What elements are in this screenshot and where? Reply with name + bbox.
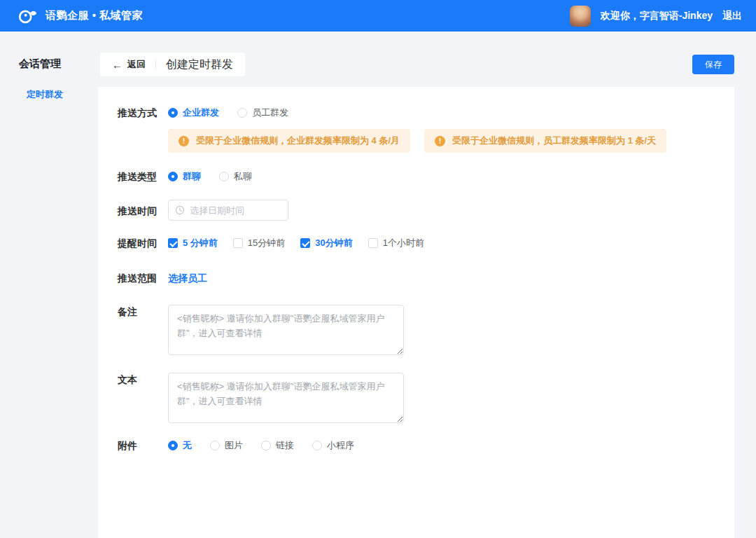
- radio-icon: [312, 441, 322, 450]
- text-row: 文本 <销售昵称> 邀请你加入群聊"语鹦企服私域管家用户群"，进入可查看详情: [118, 373, 734, 423]
- note-row: 备注 <销售昵称> 邀请你加入群聊"语鹦企服私域管家用户群"，进入可查看详情: [118, 305, 734, 355]
- back-arrow-icon: ←: [112, 60, 122, 70]
- warning-text: 受限于企业微信规则，员工群发频率限制为 1 条/天: [452, 134, 656, 147]
- radio-attachment-image[interactable]: 图片: [210, 439, 243, 453]
- brand-title: 语鹦企服 • 私域管家: [46, 9, 143, 22]
- warning-text: 受限于企业微信规则，企业群发频率限制为 4 条/月: [196, 134, 400, 147]
- radio-attachment-none[interactable]: 无: [168, 439, 192, 453]
- radio-staff-broadcast[interactable]: 员工群发: [237, 106, 288, 120]
- warning-staff-limit: ! 受限于企业微信规则，员工群发频率限制为 1 条/天: [424, 129, 666, 153]
- page-title: 创建定时群发: [166, 57, 233, 72]
- checkbox-icon: [368, 238, 378, 248]
- main-area: ← 返回 创建定时群发 保存 推送方式 企业群发: [98, 32, 756, 538]
- push-time-label: 推送时间: [118, 200, 168, 218]
- push-scope-label: 推送范围: [118, 271, 168, 285]
- radio-group-chat[interactable]: 群聊: [168, 170, 201, 184]
- text-textarea[interactable]: <销售昵称> 邀请你加入群聊"语鹦企服私域管家用户群"，进入可查看详情: [168, 373, 404, 423]
- attachment-row: 附件 无 图片 链接 小程序: [118, 439, 734, 453]
- parrot-logo-icon: [15, 5, 38, 27]
- welcome-text: 欢迎你，字言智语-Jinkey: [601, 10, 713, 22]
- radio-icon: [168, 108, 178, 118]
- note-label: 备注: [118, 305, 168, 319]
- user-avatar: [570, 6, 591, 27]
- top-toolbar: ← 返回 创建定时群发 保存: [100, 53, 734, 76]
- save-button[interactable]: 保存: [692, 55, 734, 74]
- form-card: 推送方式 企业群发 员工群发 ! 受限于企业微信规则，企业群发频率限制为: [98, 87, 734, 538]
- datetime-picker[interactable]: [168, 200, 288, 221]
- radio-icon: [237, 108, 247, 118]
- note-textarea[interactable]: <销售昵称> 邀请你加入群聊"语鹦企服私域管家用户群"，进入可查看详情: [168, 305, 404, 355]
- radio-icon: [219, 172, 229, 181]
- brand: 语鹦企服 • 私域管家: [15, 5, 143, 27]
- sidebar-item-scheduled-broadcast[interactable]: 定时群发: [19, 88, 98, 101]
- remind-time-label: 提醒时间: [118, 236, 168, 250]
- checkbox-1-hour-before[interactable]: 1个小时前: [368, 236, 424, 250]
- warning-enterprise-limit: ! 受限于企业微信规则，企业群发频率限制为 4 条/月: [168, 129, 410, 153]
- checkbox-icon: [300, 238, 310, 248]
- radio-enterprise-broadcast[interactable]: 企业群发: [168, 106, 219, 120]
- remind-time-row: 提醒时间 5 分钟前 15分钟前 30分钟前: [118, 236, 734, 250]
- radio-icon: [168, 172, 178, 181]
- logout-button[interactable]: 退出: [722, 10, 742, 22]
- attachment-label: 附件: [118, 439, 168, 453]
- exclamation-circle-icon: !: [178, 136, 189, 146]
- push-scope-row: 推送范围 选择员工: [118, 271, 734, 285]
- checkbox-5-min-before[interactable]: 5 分钟前: [168, 236, 218, 250]
- user-area: 欢迎你，字言智语-Jinkey 退出: [570, 6, 742, 27]
- radio-private-chat[interactable]: 私聊: [219, 170, 252, 184]
- radio-icon: [261, 441, 271, 450]
- breadcrumb-divider: [155, 60, 156, 69]
- sidebar: 会话管理 定时群发: [0, 32, 98, 538]
- back-label: 返回: [127, 58, 146, 71]
- breadcrumb: ← 返回 创建定时群发: [100, 53, 245, 76]
- push-type-label: 推送类型: [118, 170, 168, 184]
- app-header: 语鹦企服 • 私域管家 欢迎你，字言智语-Jinkey 退出: [0, 0, 756, 32]
- push-method-label: 推送方式: [118, 106, 168, 120]
- back-button[interactable]: ← 返回: [112, 58, 146, 71]
- radio-icon: [168, 441, 178, 450]
- datetime-input[interactable]: [190, 205, 281, 216]
- push-type-row: 推送类型 群聊 私聊: [118, 170, 734, 184]
- sidebar-section-title: 会话管理: [19, 57, 98, 71]
- radio-icon: [210, 441, 220, 450]
- select-staff-link[interactable]: 选择员工: [168, 271, 207, 285]
- checkbox-icon: [168, 238, 178, 248]
- push-time-row: 推送时间: [118, 200, 734, 221]
- push-method-row: 推送方式 企业群发 员工群发: [118, 106, 734, 120]
- warning-banners: ! 受限于企业微信规则，企业群发频率限制为 4 条/月 ! 受限于企业微信规则，…: [168, 129, 734, 153]
- checkbox-30-min-before[interactable]: 30分钟前: [300, 236, 352, 250]
- text-label: 文本: [118, 373, 168, 387]
- checkbox-icon: [233, 238, 243, 248]
- radio-attachment-link[interactable]: 链接: [261, 439, 294, 453]
- exclamation-circle-icon: !: [435, 136, 445, 146]
- radio-attachment-miniprogram[interactable]: 小程序: [312, 439, 354, 453]
- checkbox-15-min-before[interactable]: 15分钟前: [233, 236, 285, 250]
- clock-icon: [175, 205, 185, 215]
